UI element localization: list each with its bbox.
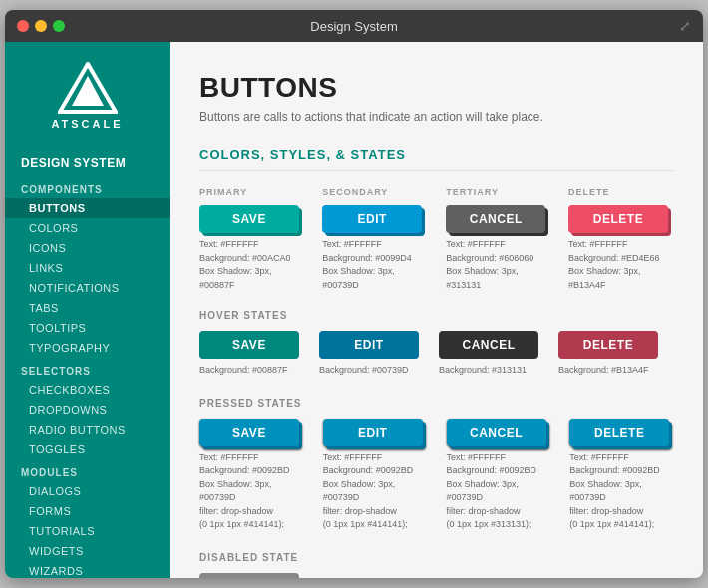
sidebar-item-dropdowns[interactable]: DROPDOWNS xyxy=(5,400,170,420)
save-button-hover[interactable]: SAVE xyxy=(199,331,299,359)
delete-info: Text: #FFFFFFBackground: #ED4E66Box Shad… xyxy=(568,238,673,292)
primary-label: PRIMARY xyxy=(199,187,302,197)
minimize-button[interactable] xyxy=(35,20,47,32)
sidebar: ATSCALE DESIGN SYSTEM COMPONENTS BUTTONS… xyxy=(5,42,170,578)
edit-button-pressed[interactable]: EDIT xyxy=(323,419,423,446)
edit-button-hover[interactable]: EDIT xyxy=(319,331,419,359)
sidebar-item-buttons[interactable]: BUTTONS xyxy=(5,198,170,218)
sidebar-item-icons[interactable]: ICONS xyxy=(5,238,170,258)
logo-text: ATSCALE xyxy=(51,118,123,130)
disabled-button-group: SAVE xyxy=(199,573,673,579)
sidebar-item-typography[interactable]: TYPOGRAPHY xyxy=(5,338,170,358)
sidebar-item-wizards[interactable]: WIZARDS xyxy=(5,561,170,578)
section-title: COLORS, STYLES, & STATES xyxy=(199,147,673,171)
expand-icon[interactable]: ⤢ xyxy=(679,18,691,34)
sidebar-item-colors[interactable]: COLORS xyxy=(5,218,170,238)
pressed-tertiary-col: CANCEL Text: #FFFFFFBackground: #0092BDB… xyxy=(447,419,550,532)
disabled-col: SAVE xyxy=(199,573,299,579)
pressed-button-group: SAVE Text: #FFFFFFBackground: #0092BDBox… xyxy=(199,419,673,532)
hover-delete-col: DELETE Background: #B13A4F xyxy=(558,331,658,378)
sidebar-logo: ATSCALE xyxy=(5,42,170,145)
hover-secondary-col: EDIT Background: #00739D xyxy=(319,331,419,378)
page-title: BUTTONS xyxy=(199,72,673,104)
app-window: Design System ⤢ ATSCALE DESIGN SYSTEM CO… xyxy=(5,10,703,578)
disabled-state-section: DISABLED STATE SAVE xyxy=(199,552,673,579)
save-button-disabled: SAVE xyxy=(199,573,299,579)
sidebar-item-forms[interactable]: FORMS xyxy=(5,501,170,521)
pressed-primary-info: Text: #FFFFFFBackground: #0092BDBox Shad… xyxy=(199,451,303,532)
sidebar-group-components: COMPONENTS xyxy=(5,176,170,198)
traffic-lights xyxy=(17,20,65,32)
tertiary-info: Text: #FFFFFFBackground: #606060Box Shad… xyxy=(446,238,548,292)
save-button-pressed[interactable]: SAVE xyxy=(199,419,299,446)
hover-tertiary-col: CANCEL Background: #313131 xyxy=(439,331,538,378)
delete-button-normal[interactable]: DELETE xyxy=(568,205,668,233)
pressed-primary-col: SAVE Text: #FFFFFFBackground: #0092BDBox… xyxy=(199,419,303,532)
main-content: BUTTONS Buttons are calls to actions tha… xyxy=(170,42,703,578)
delete-col: DELETE DELETE Text: #FFFFFFBackground: #… xyxy=(568,187,673,292)
save-button-normal[interactable]: SAVE xyxy=(199,205,299,233)
hover-states-label: HOVER STATES xyxy=(199,310,673,321)
secondary-label: SECONDARY xyxy=(322,187,426,197)
edit-button-normal[interactable]: EDIT xyxy=(322,205,422,233)
hover-primary-info: Background: #00887F xyxy=(199,364,299,378)
sidebar-group-selectors: SELECTORS xyxy=(5,358,170,380)
pressed-secondary-col: EDIT Text: #FFFFFFBackground: #0092BDBox… xyxy=(323,419,427,532)
hover-states-section: HOVER STATES SAVE Background: #00887F ED… xyxy=(199,310,673,378)
app-body: ATSCALE DESIGN SYSTEM COMPONENTS BUTTONS… xyxy=(5,42,703,578)
pressed-secondary-info: Text: #FFFFFFBackground: #0092BDBox Shad… xyxy=(323,451,427,532)
delete-button-pressed[interactable]: DELETE xyxy=(569,419,669,446)
sidebar-item-checkboxes[interactable]: CHECKBOXES xyxy=(5,380,170,400)
normal-state-section: PRIMARY SAVE Text: #FFFFFFBackground: #0… xyxy=(199,187,673,292)
window-title: Design System xyxy=(310,19,397,34)
hover-tertiary-info: Background: #313131 xyxy=(439,364,538,378)
sidebar-item-tabs[interactable]: TABS xyxy=(5,298,170,318)
cancel-button-normal[interactable]: CANCEL xyxy=(446,205,545,233)
pressed-states-section: PRESSED STATES SAVE Text: #FFFFFFBackgro… xyxy=(199,398,673,532)
primary-col: PRIMARY SAVE Text: #FFFFFFBackground: #0… xyxy=(199,187,302,292)
hover-primary-col: SAVE Background: #00887F xyxy=(199,331,299,378)
sidebar-item-notifications[interactable]: NOTIFICATIONS xyxy=(5,278,170,298)
sidebar-item-toggles[interactable]: TOGGLES xyxy=(5,440,170,459)
sidebar-item-widgets[interactable]: WIDGETS xyxy=(5,541,170,561)
pressed-tertiary-info: Text: #FFFFFFBackground: #0092BDBox Shad… xyxy=(447,451,550,532)
sidebar-group-modules: MODULES xyxy=(5,459,170,481)
hover-button-group: SAVE Background: #00887F EDIT Background… xyxy=(199,331,673,378)
pressed-delete-col: DELETE Text: #FFFFFFBackground: #0092BDB… xyxy=(569,419,673,532)
delete-button-hover[interactable]: DELETE xyxy=(558,331,658,359)
hover-delete-info: Background: #B13A4F xyxy=(558,364,658,378)
sidebar-item-links[interactable]: LINKS xyxy=(5,258,170,278)
cancel-button-pressed[interactable]: CANCEL xyxy=(447,419,546,446)
disabled-state-label: DISABLED STATE xyxy=(199,552,673,563)
cancel-button-hover[interactable]: CANCEL xyxy=(439,331,538,359)
pressed-delete-info: Text: #FFFFFFBackground: #0092BDBox Shad… xyxy=(569,451,673,532)
primary-info: Text: #FFFFFFBackground: #00ACA0Box Shad… xyxy=(199,238,302,292)
tertiary-col: TERTIARY CANCEL Text: #FFFFFFBackground:… xyxy=(446,187,548,292)
sidebar-item-radio-buttons[interactable]: RADIO BUTTONS xyxy=(5,420,170,440)
delete-label: DELETE xyxy=(568,187,673,197)
sidebar-item-tooltips[interactable]: TOOLTIPS xyxy=(5,318,170,338)
tertiary-label: TERTIARY xyxy=(446,187,548,197)
sidebar-item-tutorials[interactable]: TUTORIALS xyxy=(5,521,170,541)
normal-button-group: PRIMARY SAVE Text: #FFFFFFBackground: #0… xyxy=(199,187,673,292)
page-subtitle: Buttons are calls to actions that indica… xyxy=(199,110,673,124)
close-button[interactable] xyxy=(17,20,29,32)
secondary-info: Text: #FFFFFFBackground: #0099D4Box Shad… xyxy=(322,238,426,292)
maximize-button[interactable] xyxy=(53,20,65,32)
sidebar-item-dialogs[interactable]: DIALOGS xyxy=(5,481,170,501)
logo-icon xyxy=(58,62,118,114)
titlebar: Design System ⤢ xyxy=(5,10,703,42)
hover-secondary-info: Background: #00739D xyxy=(319,364,419,378)
secondary-col: SECONDARY EDIT Text: #FFFFFFBackground: … xyxy=(322,187,426,292)
pressed-states-label: PRESSED STATES xyxy=(199,398,673,409)
sidebar-main-title: DESIGN SYSTEM xyxy=(5,145,170,176)
